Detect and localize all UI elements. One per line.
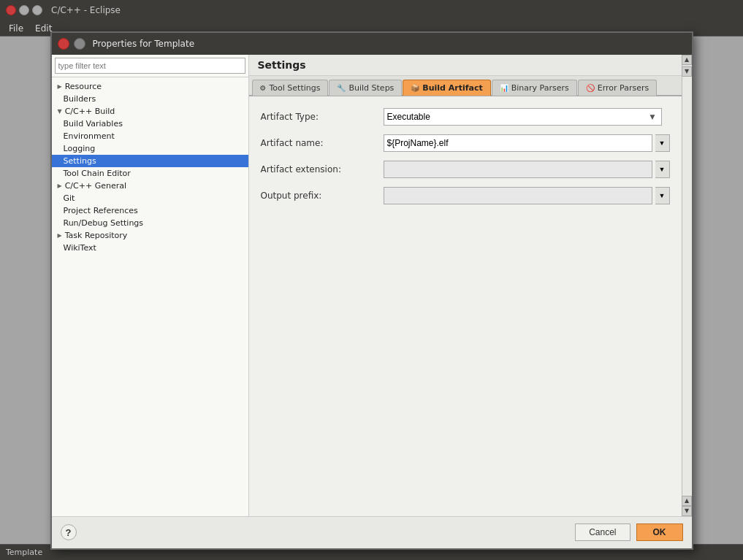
- scroll-down-arrow-bottom[interactable]: ▼: [682, 506, 692, 516]
- window-max-btn[interactable]: [32, 5, 42, 15]
- binary-parsers-icon: 📊: [500, 84, 508, 92]
- tree-label-tool-chain-editor: Tool Chain Editor: [64, 169, 131, 178]
- form-area: Artifact Type: Executable Static Library…: [249, 96, 682, 516]
- artifact-extension-row: Artifact extension: ▼: [261, 161, 670, 178]
- artifact-name-label: Artifact name:: [261, 138, 378, 148]
- tree-arrow-resource: ▶: [58, 83, 62, 90]
- output-prefix-control: ▼: [384, 187, 670, 204]
- window-min-btn[interactable]: [19, 5, 29, 15]
- tab-tool-settings-label: Tool Settings: [269, 83, 320, 93]
- tabs-bar: ⚙ Tool Settings 🔧 Build Steps 📦 Build Ar…: [249, 76, 682, 96]
- dialog-min-btn[interactable]: [74, 38, 85, 50]
- artifact-name-dropdown-btn[interactable]: ▼: [655, 134, 670, 152]
- build-artifact-icon: 📦: [411, 84, 419, 92]
- scroll-down-arrow-top[interactable]: ▼: [682, 66, 692, 77]
- menu-file[interactable]: File: [3, 22, 29, 35]
- tree-item-git[interactable]: Git: [52, 192, 248, 204]
- dialog-close-btn[interactable]: [58, 38, 69, 50]
- tree-item-settings[interactable]: Settings: [52, 155, 248, 167]
- dialog-tree-panel: ▶ Resource Builders ▼ C/C++ Build: [52, 55, 249, 516]
- artifact-extension-label: Artifact extension:: [261, 164, 378, 174]
- tree-label-project-references: Project References: [64, 206, 138, 215]
- tree-label-settings: Settings: [64, 156, 96, 166]
- artifact-extension-input[interactable]: [384, 161, 652, 178]
- artifact-extension-dropdown-btn[interactable]: ▼: [655, 161, 670, 178]
- dialog-title: Properties for Template: [93, 39, 195, 49]
- tree-label-resource: Resource: [65, 82, 102, 91]
- ok-button[interactable]: OK: [636, 523, 683, 541]
- dialog-scrollbar: ▲ ▼ ▲ ▼: [682, 55, 692, 516]
- window-buttons: [6, 5, 42, 15]
- tab-tool-settings[interactable]: ⚙ Tool Settings: [252, 80, 329, 96]
- filter-wrapper: [52, 55, 248, 77]
- output-prefix-dropdown-btn[interactable]: ▼: [655, 187, 670, 204]
- workbench: Properties for Template ▶ Resour: [0, 37, 743, 544]
- output-prefix-row: Output prefix: ▼: [261, 187, 670, 204]
- tree-item-tool-chain-editor[interactable]: Tool Chain Editor: [52, 167, 248, 180]
- tree-item-project-references[interactable]: Project References: [52, 204, 248, 217]
- tree-item-build-variables[interactable]: Build Variables: [52, 118, 248, 130]
- artifact-type-control: Executable Static Library Shared Library…: [384, 108, 670, 126]
- tree-label-environment: Environment: [64, 131, 115, 141]
- tree-item-environment[interactable]: Environment: [52, 130, 248, 142]
- output-prefix-input[interactable]: [384, 187, 652, 204]
- tab-binary-parsers[interactable]: 📊 Binary Parsers: [492, 80, 577, 96]
- tree-label-builders: Builders: [64, 94, 96, 104]
- artifact-name-input[interactable]: [384, 134, 652, 152]
- tree-item-logging[interactable]: Logging: [52, 142, 248, 155]
- tree-item-wikitext[interactable]: WikiText: [52, 242, 248, 254]
- tree-label-cpp-build: C/C++ Build: [65, 107, 115, 116]
- tab-build-artifact[interactable]: 📦 Build Artifact: [403, 80, 490, 96]
- artifact-name-row: Artifact name: ▼: [261, 134, 670, 152]
- tab-build-artifact-label: Build Artifact: [422, 83, 482, 93]
- tree-item-resource[interactable]: ▶ Resource: [52, 80, 248, 93]
- tab-build-steps[interactable]: 🔧 Build Steps: [329, 80, 402, 96]
- scroll-track: [682, 77, 692, 496]
- footer-left: ?: [61, 524, 77, 540]
- dialog-overlay: Properties for Template ▶ Resour: [0, 37, 743, 544]
- footer-right: Cancel OK: [575, 523, 682, 541]
- build-steps-icon: 🔧: [337, 84, 346, 92]
- tree-label-git: Git: [64, 193, 75, 203]
- tool-settings-icon: ⚙: [260, 84, 267, 92]
- tree-label-wikitext: WikiText: [64, 243, 96, 253]
- artifact-type-select[interactable]: Executable Static Library Shared Library: [384, 108, 662, 126]
- dialog-body: ▶ Resource Builders ▼ C/C++ Build: [52, 55, 692, 516]
- tree-item-cpp-general[interactable]: ▶ C/C++ General: [52, 180, 248, 192]
- tab-error-parsers[interactable]: 🚫 Error Parsers: [578, 80, 657, 96]
- window-close-btn[interactable]: [6, 5, 16, 15]
- window-title: C/C++ - Eclipse: [51, 5, 121, 15]
- tree-label-run-debug: Run/Debug Settings: [64, 218, 144, 228]
- cancel-button[interactable]: Cancel: [575, 523, 630, 541]
- tree-label-cpp-general: C/C++ General: [65, 181, 126, 191]
- tab-build-steps-label: Build Steps: [348, 83, 394, 93]
- tree-item-cpp-build[interactable]: ▼ C/C++ Build: [52, 105, 248, 118]
- tree-item-run-debug[interactable]: Run/Debug Settings: [52, 217, 248, 229]
- dialog-content: Settings ⚙ Tool Settings 🔧 Build Steps: [249, 55, 682, 516]
- title-bar: C/C++ - Eclipse: [0, 0, 743, 20]
- eclipse-window: C/C++ - Eclipse File Edit Properties for…: [0, 0, 743, 560]
- scroll-up-arrow-bottom[interactable]: ▲: [682, 496, 692, 506]
- artifact-extension-control: ▼: [384, 161, 670, 178]
- properties-dialog: Properties for Template ▶ Resour: [50, 31, 693, 550]
- tree-item-builders[interactable]: Builders: [52, 93, 248, 105]
- dialog-footer: ? Cancel OK: [52, 516, 692, 548]
- scroll-up-arrow[interactable]: ▲: [682, 55, 692, 65]
- artifact-name-control: ▼: [384, 134, 670, 152]
- tree-arrow-cpp-general: ▶: [58, 183, 62, 189]
- output-prefix-label: Output prefix:: [261, 191, 378, 201]
- dialog-title-bar: Properties for Template: [52, 33, 692, 55]
- tab-error-parsers-label: Error Parsers: [598, 83, 649, 93]
- tree-item-task-repository[interactable]: ▶ Task Repository: [52, 229, 248, 242]
- tree-arrow-task-repository: ▶: [58, 232, 62, 239]
- error-parsers-icon: 🚫: [586, 84, 595, 92]
- tree-label-logging: Logging: [64, 144, 96, 153]
- filter-input[interactable]: [55, 58, 245, 74]
- tab-binary-parsers-label: Binary Parsers: [511, 83, 569, 93]
- settings-header: Settings: [249, 55, 682, 76]
- help-button[interactable]: ?: [61, 524, 77, 540]
- artifact-type-row: Artifact Type: Executable Static Library…: [261, 108, 670, 126]
- tree-container: ▶ Resource Builders ▼ C/C++ Build: [52, 77, 248, 516]
- tree-arrow-cpp-build: ▼: [58, 108, 62, 115]
- status-text: Template: [6, 548, 42, 557]
